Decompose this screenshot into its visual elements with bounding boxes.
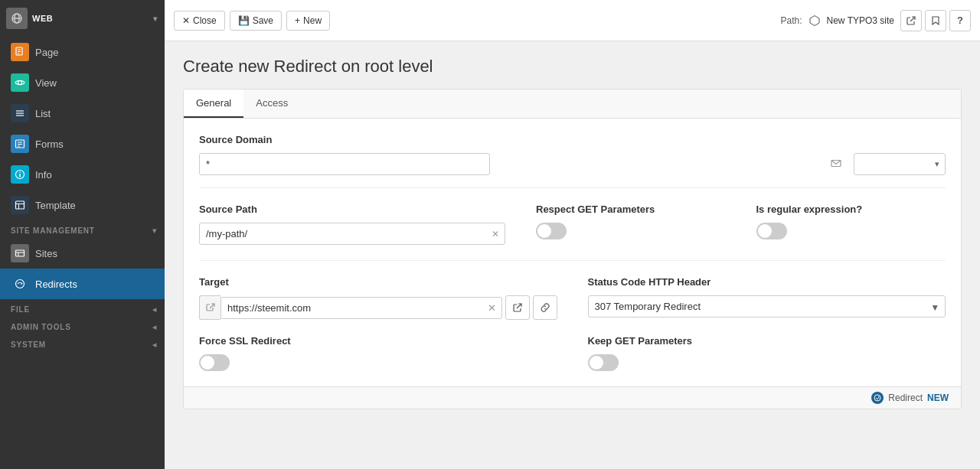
force-ssl-toggle[interactable] (199, 354, 230, 371)
keep-get-label: Keep GET Parameters (588, 335, 946, 347)
template-icon (11, 196, 29, 214)
respect-get-toggle[interactable] (536, 223, 567, 239)
badge-icon (871, 392, 884, 404)
sidebar-item-view[interactable]: View (0, 67, 165, 98)
sidebar-item-list-label: List (35, 108, 51, 119)
svg-line-25 (910, 17, 915, 21)
source-domain-input-wrap (199, 153, 848, 175)
respect-get-group: Respect GET Parameters (536, 204, 726, 245)
target-input[interactable] (220, 297, 502, 319)
target-text-wrap: ✕ (220, 297, 502, 319)
target-link-button[interactable] (505, 295, 530, 320)
path-prefix: Path: (780, 15, 802, 26)
source-domain-label: Source Domain (199, 134, 946, 145)
sidebar-item-sites-label: Sites (35, 248, 57, 259)
ssl-get-row: Force SSL Redirect Keep GET Parameters (199, 335, 946, 371)
page-icon (11, 43, 29, 61)
sidebar-item-sites[interactable]: Sites (0, 238, 165, 269)
target-link-icon (206, 303, 215, 312)
source-path-label: Source Path (199, 204, 505, 215)
source-domain-select-wrapper (854, 153, 946, 175)
sidebar-item-forms[interactable]: Forms (0, 129, 165, 159)
web-chevron: ▾ (153, 15, 158, 23)
source-path-row: Source Path ✕ Respect GET Parameters Is … (199, 204, 946, 245)
target-label: Target (199, 276, 557, 288)
sidebar-section-admin-tools[interactable]: ADMIN TOOLS ◂ (0, 317, 165, 334)
sidebar-section-system[interactable]: SYSTEM ◂ (0, 334, 165, 352)
target-prefix-box (199, 295, 220, 320)
badge-new: NEW (927, 392, 949, 403)
topbar-actions: ✕ Close 💾 Save + New (174, 11, 330, 31)
sidebar-item-page[interactable]: Page (0, 37, 165, 67)
is-regex-toggle[interactable] (756, 223, 787, 239)
tab-access[interactable]: Access (243, 90, 300, 118)
site-management-label: SITE MANAGEMENT (11, 226, 95, 235)
status-code-group: Status Code HTTP Header 301 Permanent Re… (588, 276, 946, 320)
source-domain-icon (831, 158, 841, 171)
site-icon (808, 15, 821, 27)
sidebar-item-info[interactable]: Info (0, 159, 165, 190)
sidebar-section-web[interactable]: WEB ▾ (0, 0, 165, 37)
form-card: General Access Source Domain (183, 89, 962, 409)
site-name: New TYPO3 site (827, 15, 894, 26)
svg-marker-26 (933, 17, 939, 24)
source-path-input[interactable] (199, 223, 505, 245)
target-chain-button[interactable] (533, 295, 557, 320)
sidebar-item-info-label: Info (35, 169, 52, 181)
svg-point-7 (18, 81, 22, 85)
main-content: ✕ Close 💾 Save + New Path: New TYPO3 sit… (165, 0, 980, 469)
topbar-right: Path: New TYPO3 site ? (780, 10, 971, 31)
source-domain-row (199, 153, 946, 175)
source-path-clear-icon[interactable]: ✕ (492, 229, 499, 239)
save-icon: 💾 (238, 15, 250, 26)
sidebar-item-view-label: View (35, 77, 57, 89)
sidebar-item-list[interactable]: List (0, 98, 165, 129)
topbar-icon-buttons: ? (900, 10, 971, 31)
svg-point-24 (16, 280, 24, 288)
admin-tools-label: ADMIN TOOLS (11, 323, 71, 331)
source-domain-select[interactable] (854, 153, 946, 175)
target-input-combined: ✕ (199, 295, 502, 320)
target-clear-icon[interactable]: ✕ (488, 302, 496, 314)
status-bar: Redirect NEW (184, 386, 961, 409)
status-code-select-wrapper: 301 Permanent Redirect 302 Found 303 See… (588, 295, 946, 318)
help-button[interactable]: ? (949, 10, 971, 31)
close-label: Close (193, 15, 217, 26)
topbar: ✕ Close 💾 Save + New Path: New TYPO3 sit… (165, 0, 980, 41)
sidebar-item-template-label: Template (35, 200, 76, 211)
web-section-icon (6, 8, 28, 29)
system-label: SYSTEM (11, 340, 46, 349)
new-button[interactable]: + New (286, 11, 330, 31)
source-path-group: Source Path ✕ (199, 204, 505, 245)
force-ssl-label: Force SSL Redirect (199, 335, 557, 347)
form-body: Source Domain (184, 119, 961, 386)
is-regex-group: Is regular expression? (756, 204, 946, 245)
sidebar-item-template[interactable]: Template (0, 190, 165, 220)
keep-get-group: Keep GET Parameters (588, 335, 946, 371)
close-x-icon: ✕ (182, 15, 190, 26)
site-management-chevron: ▾ (152, 226, 157, 235)
sites-icon (11, 244, 29, 262)
source-domain-input[interactable] (199, 153, 490, 175)
sidebar-item-redirects[interactable]: Redirects (0, 269, 165, 299)
sidebar-section-file[interactable]: FILE ◂ (0, 299, 165, 317)
source-path-input-wrap: ✕ (199, 223, 505, 245)
page-title: Create new Redirect on root level (183, 57, 962, 77)
close-button[interactable]: ✕ Close (174, 11, 225, 31)
tab-general[interactable]: General (184, 90, 243, 118)
sidebar-item-page-label: Page (35, 47, 58, 58)
external-link-button[interactable] (900, 10, 922, 31)
new-label: New (303, 15, 322, 26)
target-group: Target ✕ (199, 276, 557, 320)
save-button[interactable]: 💾 Save (230, 11, 282, 31)
sidebar-section-web-label: WEB (32, 14, 153, 23)
info-icon (11, 165, 29, 184)
sidebar-item-forms-label: Forms (35, 138, 64, 150)
bookmark-button[interactable] (925, 10, 946, 31)
keep-get-toggle[interactable] (588, 354, 619, 371)
list-icon (11, 104, 29, 122)
save-label: Save (253, 15, 273, 26)
help-icon: ? (957, 15, 963, 26)
sidebar-section-site-management[interactable]: SITE MANAGEMENT ▾ (0, 220, 165, 238)
status-code-select[interactable]: 301 Permanent Redirect 302 Found 303 See… (588, 295, 946, 318)
